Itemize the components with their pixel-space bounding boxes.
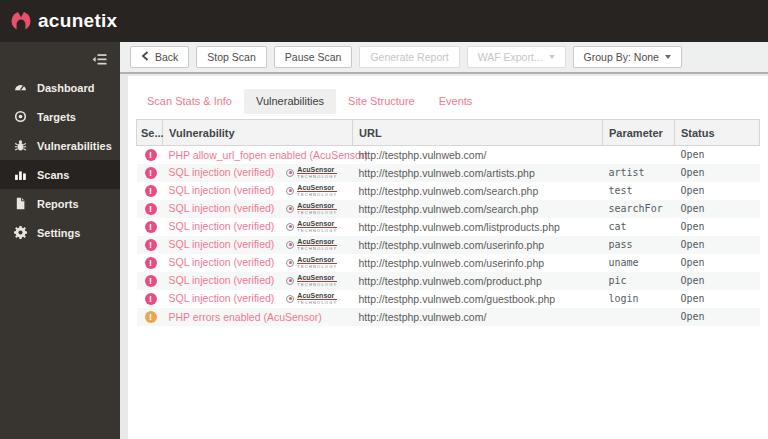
- sidebar-item-vulnerabilities[interactable]: Vulnerabilities: [0, 131, 120, 160]
- acunetix-logo[interactable]: acunetix: [10, 10, 118, 32]
- table-row[interactable]: !SQL injection (verified)AcuSensorTECHNO…: [137, 218, 760, 236]
- parameter-cell: [603, 308, 675, 326]
- url-cell: http://testphp.vulnweb.com/userinfo.php: [353, 254, 603, 272]
- vulnerability-link[interactable]: SQL injection (verified): [169, 184, 275, 196]
- table-row[interactable]: !SQL injection (verified)AcuSensorTECHNO…: [137, 182, 760, 200]
- severity-cell: !: [137, 290, 163, 308]
- back-button[interactable]: Back: [130, 46, 189, 68]
- vulnerabilities-icon: [14, 139, 27, 152]
- acusensor-badge: AcuSensorTECHNOLOGY: [286, 220, 337, 234]
- vulnerability-link[interactable]: PHP allow_url_fopen enabled (AcuSensor): [169, 149, 368, 161]
- table-row[interactable]: !SQL injection (verified)AcuSensorTECHNO…: [137, 254, 760, 272]
- tab-events[interactable]: Events: [427, 89, 485, 114]
- acusensor-badge-title: AcuSensor: [297, 256, 337, 265]
- severity-high-icon: !: [145, 203, 157, 215]
- acusensor-badge-text: AcuSensorTECHNOLOGY: [297, 256, 337, 270]
- acusensor-badge-subtitle: TECHNOLOGY: [297, 247, 337, 251]
- tab-scan-stats-info[interactable]: Scan Stats & Info: [135, 89, 244, 114]
- sidebar-item-reports[interactable]: Reports: [0, 189, 120, 218]
- vulnerability-link[interactable]: SQL injection (verified): [169, 256, 275, 268]
- acusensor-logo-dot: [289, 279, 292, 282]
- vulnerability-cell: SQL injection (verified)AcuSensorTECHNOL…: [163, 272, 353, 290]
- sidebar-item-label: Scans: [37, 169, 69, 181]
- waf-export-button[interactable]: WAF Export...: [467, 46, 566, 68]
- vulnerability-link[interactable]: SQL injection (verified): [169, 220, 275, 232]
- tab-vulnerabilities[interactable]: Vulnerabilities: [244, 89, 336, 114]
- sidebar-item-settings[interactable]: Settings: [0, 218, 120, 247]
- severity-cell: !: [137, 146, 163, 164]
- scan-detail-card: Scan Stats & InfoVulnerabilitiesSite Str…: [128, 76, 768, 439]
- acusensor-badge-title: AcuSensor: [297, 220, 337, 229]
- table-row[interactable]: !SQL injection (verified)AcuSensorTECHNO…: [137, 290, 760, 308]
- column-header-vulnerability[interactable]: Vulnerability: [163, 120, 353, 146]
- group-by-none-button[interactable]: Group By: None: [573, 46, 682, 68]
- acusensor-badge-subtitle: TECHNOLOGY: [297, 265, 337, 269]
- column-header-status[interactable]: Status: [675, 120, 760, 146]
- vulnerability-cell: SQL injection (verified)AcuSensorTECHNOL…: [163, 254, 353, 272]
- tab-site-structure[interactable]: Site Structure: [336, 89, 427, 114]
- sidebar-item-scans[interactable]: Scans: [0, 160, 120, 189]
- acusensor-logo-dot: [289, 243, 292, 246]
- severity-cell: !: [137, 164, 163, 182]
- status-cell: Open: [675, 254, 760, 272]
- column-header-se[interactable]: Se...: [137, 120, 163, 146]
- severity-high-icon: !: [145, 257, 157, 269]
- table-row[interactable]: !PHP allow_url_fopen enabled (AcuSensor)…: [137, 146, 760, 164]
- column-header-url[interactable]: URL: [353, 120, 603, 146]
- acusensor-logo-icon: [286, 241, 294, 249]
- severity-cell: !: [137, 236, 163, 254]
- logo-text: acunetix: [38, 10, 118, 32]
- url-cell: http://testphp.vulnweb.com/search.php: [353, 200, 603, 218]
- pause-scan-button[interactable]: Pause Scan: [274, 46, 353, 68]
- table-row[interactable]: !SQL injection (verified)AcuSensorTECHNO…: [137, 200, 760, 218]
- status-cell: Open: [675, 236, 760, 254]
- main-area: BackStop ScanPause ScanGenerate ReportWA…: [120, 42, 768, 439]
- table-row[interactable]: !SQL injection (verified)AcuSensorTECHNO…: [137, 164, 760, 182]
- sidebar-collapse-button[interactable]: [92, 52, 108, 66]
- status-cell: Open: [675, 182, 760, 200]
- table-row[interactable]: !SQL injection (verified)AcuSensorTECHNO…: [137, 236, 760, 254]
- acusensor-logo-dot: [289, 261, 292, 264]
- generate-report-button[interactable]: Generate Report: [359, 46, 459, 68]
- column-header-parameter[interactable]: Parameter: [603, 120, 675, 146]
- vulnerability-link[interactable]: SQL injection (verified): [169, 238, 275, 250]
- vulnerability-cell: SQL injection (verified)AcuSensorTECHNOL…: [163, 164, 353, 182]
- sidebar-item-targets[interactable]: Targets: [0, 102, 120, 131]
- acusensor-badge-subtitle: TECHNOLOGY: [297, 175, 337, 179]
- acusensor-badge-subtitle: TECHNOLOGY: [297, 301, 337, 305]
- vulnerability-link[interactable]: SQL injection (verified): [169, 166, 275, 178]
- stop-scan-button[interactable]: Stop Scan: [196, 46, 266, 68]
- acusensor-badge: AcuSensorTECHNOLOGY: [286, 256, 337, 270]
- acusensor-badge-title: AcuSensor: [297, 292, 337, 301]
- acusensor-badge-text: AcuSensorTECHNOLOGY: [297, 238, 337, 252]
- parameter-cell: uname: [603, 254, 675, 272]
- table-header: Se...VulnerabilityURLParameterStatus: [137, 120, 760, 146]
- vulnerability-link[interactable]: SQL injection (verified): [169, 292, 275, 304]
- button-label: Group By: None: [584, 51, 659, 63]
- parameter-cell: pass: [603, 236, 675, 254]
- vulnerability-link[interactable]: SQL injection (verified): [169, 202, 275, 214]
- table-row[interactable]: !SQL injection (verified)AcuSensorTECHNO…: [137, 272, 760, 290]
- sidebar-item-dashboard[interactable]: Dashboard: [0, 73, 120, 102]
- severity-cell: !: [137, 308, 163, 326]
- vulnerability-link[interactable]: PHP errors enabled (AcuSensor): [169, 311, 322, 323]
- acusensor-badge: AcuSensorTECHNOLOGY: [286, 292, 337, 306]
- vulnerability-link[interactable]: SQL injection (verified): [169, 274, 275, 286]
- settings-icon: [14, 226, 27, 239]
- acusensor-badge-text: AcuSensorTECHNOLOGY: [297, 184, 337, 198]
- acusensor-logo-icon: [286, 259, 294, 267]
- acusensor-badge-subtitle: TECHNOLOGY: [297, 193, 337, 197]
- acusensor-badge-title: AcuSensor: [297, 184, 337, 193]
- url-cell: http://testphp.vulnweb.com/userinfo.php: [353, 236, 603, 254]
- acusensor-logo-icon: [286, 205, 294, 213]
- acusensor-logo-dot: [289, 171, 292, 174]
- acusensor-badge-subtitle: TECHNOLOGY: [297, 229, 337, 233]
- vulnerability-cell: SQL injection (verified)AcuSensorTECHNOL…: [163, 236, 353, 254]
- status-cell: Open: [675, 308, 760, 326]
- parameter-cell: pic: [603, 272, 675, 290]
- table-row[interactable]: !PHP errors enabled (AcuSensor)http://te…: [137, 308, 760, 326]
- severity-high-icon: !: [145, 221, 157, 233]
- severity-cell: !: [137, 218, 163, 236]
- sidebar-nav: DashboardTargetsVulnerabilitiesScansRepo…: [0, 73, 120, 247]
- vulnerability-cell: SQL injection (verified)AcuSensorTECHNOL…: [163, 218, 353, 236]
